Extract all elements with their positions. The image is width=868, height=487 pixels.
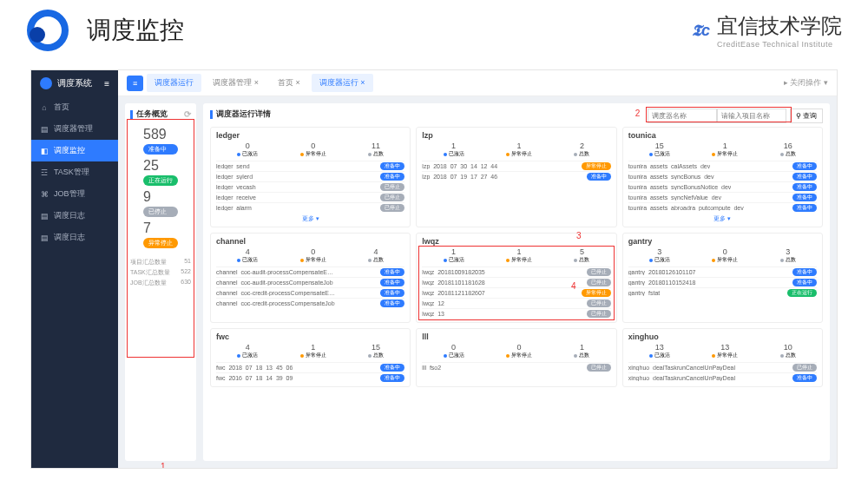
task-row[interactable]: xinghuo_dealTaskrunCancelUnPayDeal准备中 [628, 372, 817, 383]
more-link[interactable]: 更多 ▾ [216, 213, 404, 223]
task-row[interactable]: gantry_fstat正在运行 [628, 287, 817, 298]
sidebar-item-6[interactable]: ▤调度日志 [31, 227, 118, 248]
task-row[interactable]: gantry_20180110152418准备中 [628, 277, 817, 287]
task-row[interactable]: channel_coc-credit-processCompensateJob准… [216, 298, 404, 308]
task-row[interactable]: tounira_assets_abroadra_putcompute_dev准备… [628, 202, 817, 213]
task-row[interactable]: xinghuo_dealTaskrunCancelUnPayDeal已停止 [628, 362, 817, 372]
card-stat: 0异常停止 [300, 247, 326, 264]
nav-label: TASK管理 [54, 167, 89, 178]
page-title: 调度监控 [87, 14, 184, 47]
scheduler-card: tounica 15已激活1异常停止16总数 tounira_assets_ca… [622, 127, 823, 227]
task-row[interactable]: ledger_alarm已停止 [216, 202, 404, 213]
marker-4: 4 [571, 281, 576, 291]
task-row[interactable]: lwqz_13已停止 [422, 308, 610, 319]
overview-number: 7 [143, 220, 178, 236]
card-stat: 0异常停止 [506, 343, 532, 359]
tabs-bar: ≡ 调度器运行 调度器管理 × 首页 × 调度器运行 × ▸ 关闭操作 ▾ [118, 70, 837, 96]
sidebar-item-3[interactable]: ☲TASK管理 [31, 161, 118, 183]
search-scheduler[interactable] [648, 109, 717, 123]
task-row[interactable]: lwqz_20181009182035已停止 [422, 267, 610, 277]
sidebar-item-5[interactable]: ▤调度日志 [31, 205, 118, 227]
task-row[interactable]: tounira_assets_syncNetValue_dev准备中 [628, 192, 817, 202]
card-stat: 10总数 [780, 343, 796, 359]
task-row[interactable]: lzp_2018_07_30_14_12_44异常停止 [422, 161, 610, 171]
card-stat: 0已激活 [444, 343, 464, 359]
card-stat: 16总数 [780, 141, 796, 158]
card-title: tounica [628, 131, 817, 140]
task-row[interactable]: ledger_sylerd准备中 [216, 171, 404, 181]
task-row[interactable]: fwc_2016_07_18_14_39_09准备中 [216, 372, 404, 383]
card-stat: 15总数 [368, 343, 384, 359]
card-stat: 1异常停止 [712, 141, 738, 158]
overview-number: 25 [143, 158, 178, 174]
sidebar-item-4[interactable]: ⌘JOB管理 [31, 183, 118, 205]
task-row[interactable]: lzp_2018_07_19_17_27_46准备中 [422, 171, 610, 181]
more-link[interactable]: 更多 ▾ [628, 213, 817, 223]
sidebar-item-0[interactable]: ⌂首页 [31, 96, 118, 118]
sidebar-item-1[interactable]: ▤调度器管理 [31, 118, 118, 140]
search-group: ⚲ 查询 2 [648, 109, 823, 123]
task-row[interactable]: channel_coc-credit-processCompensateEmai… [216, 287, 404, 298]
marker-3: 3 [576, 231, 582, 240]
refresh-icon[interactable]: ⟳ [184, 109, 191, 119]
scheduler-card: lzp 1已激活1异常停止2总数 lzp_2018_07_30_14_12_44… [416, 127, 616, 227]
scheduler-card: fwc 4已激活1异常停止15总数 fwc_2018_07_18_13_45_0… [210, 328, 411, 387]
nav-label: 首页 [54, 102, 69, 113]
overview-title: 任务概览 ⟳ [130, 109, 191, 120]
scheduler-card: lll 0已激活0异常停止1总数 lll_fso2已停止 [416, 328, 616, 387]
task-row[interactable]: tounira_assets_syncBonus_dev准备中 [628, 171, 817, 181]
brand-text: 调度系统 [57, 77, 92, 89]
task-row[interactable]: channel_coc-audit-processCompensateJob准备… [216, 277, 404, 287]
sidebar-item-2[interactable]: ◧调度监控 [31, 140, 118, 161]
overview-number: 589 [143, 127, 178, 142]
overview-badge: 异常停止 [143, 238, 178, 248]
card-title: ledger [216, 131, 404, 140]
task-row[interactable]: tounira_assets_calAssets_dev准备中 [628, 161, 817, 171]
main-area: ≡ 调度器运行 调度器管理 × 首页 × 调度器运行 × ▸ 关闭操作 ▾ 任务… [118, 70, 837, 468]
tab-home-icon[interactable]: ≡ [127, 76, 143, 91]
search-button[interactable]: ⚲ 查询 [790, 109, 823, 123]
task-row[interactable]: ledger_vecash已停止 [216, 181, 404, 192]
card-stat: 4总数 [368, 247, 384, 264]
nav-label: 调度日志 [54, 232, 85, 243]
nav-label: 调度日志 [54, 210, 85, 221]
card-title: xinghuo [628, 332, 817, 341]
scheduler-card: channel 4已激活0异常停止4总数 channel_coc-audit-p… [210, 233, 411, 323]
card-stat: 1异常停止 [506, 247, 532, 264]
nav-icon: ▤ [40, 234, 49, 242]
detail-panel: 调度器运行详情 ⚲ 查询 2 ledger 0已激活0异常停止11总数 ledg… [203, 103, 830, 461]
task-row[interactable]: gantry_20180126101107准备中 [628, 267, 817, 277]
tab-1[interactable]: 调度器运行 [147, 74, 201, 92]
card-title: channel [216, 237, 404, 246]
stat-row: TASK汇总数量522 [130, 267, 191, 278]
tab-3[interactable]: 首页 × [270, 74, 308, 92]
card-stat: 0异常停止 [712, 247, 738, 264]
menu-toggle-icon[interactable]: ≡ [104, 79, 109, 89]
task-row[interactable]: fwc_2018_07_18_13_45_06准备中 [216, 362, 404, 372]
tab-4[interactable]: 调度器运行 × [312, 74, 373, 92]
card-stat: 2总数 [574, 141, 589, 158]
card-title: fwc [216, 332, 404, 341]
nav-icon: ◧ [40, 147, 49, 155]
card-stat: 15已激活 [649, 141, 670, 158]
task-row[interactable]: lwqz_20181121182607异常停止 [422, 287, 610, 298]
tab-2[interactable]: 调度器管理 × [205, 74, 266, 92]
brand-dot-icon [40, 77, 52, 89]
overview-badge: 正在运行 [143, 175, 178, 186]
close-action[interactable]: ▸ 关闭操作 ▾ [784, 77, 828, 89]
card-stat: 4已激活 [237, 247, 258, 264]
task-row[interactable]: lwqz_20181101181628已停止 [422, 277, 610, 287]
task-row[interactable]: ledger_receive已停止 [216, 192, 404, 202]
card-stat: 1已激活 [444, 141, 464, 158]
sidebar-brand[interactable]: 调度系统 ≡ [31, 70, 118, 96]
stat-row: JOB汇总数量630 [130, 278, 191, 288]
nav-label: 调度器管理 [54, 123, 93, 135]
task-row[interactable]: lll_fso2已停止 [422, 362, 610, 372]
card-title: gantry [628, 237, 817, 246]
task-row[interactable]: tounira_assets_syncBonusNotice_dev准备中 [628, 181, 817, 192]
card-stat: 1已激活 [444, 247, 464, 264]
search-project[interactable] [717, 109, 786, 123]
task-row[interactable]: channel_coc-audit-processCompensateEmail… [216, 267, 404, 277]
task-row[interactable]: ledger_send准备中 [216, 161, 404, 171]
task-row[interactable]: lwqz_12已停止 [422, 298, 610, 308]
